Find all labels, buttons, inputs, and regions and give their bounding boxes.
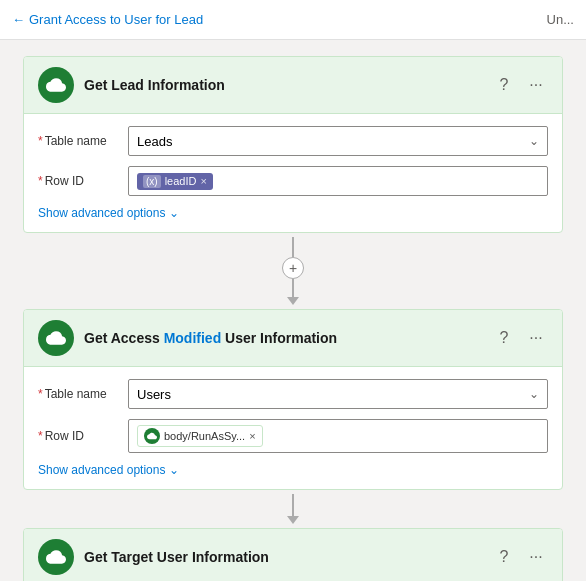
card-get-lead-information: Get Lead Information ? ··· *Table name L… [23,56,563,233]
card-get-access-modified: Get Access Modified User Information ? ·… [23,309,563,490]
card-header-3: Get Target User Information ? ··· [24,529,562,581]
required-star: * [38,134,43,148]
row-id-tag-2: body/RunAsSy... × [137,425,263,447]
field-label-table-name-2: *Table name [38,387,118,401]
card-title-highlight-2: Modified [164,330,222,346]
row-id-input-2[interactable]: body/RunAsSy... × [128,419,548,453]
card-body-2: *Table name Users ⌄ *Row ID body/RunAs [24,367,562,489]
connector-1: + [282,233,304,309]
table-name-dropdown-1[interactable]: Leads ⌄ [128,126,548,156]
card-icon-1 [38,67,74,103]
required-star-2: * [38,174,43,188]
card-icon-3 [38,539,74,575]
connector-line-2 [292,494,294,518]
card-actions-1: ? ··· [492,73,548,97]
field-row-table-name-1: *Table name Leads ⌄ [38,126,548,156]
field-row-row-id-2: *Row ID body/RunAsSy... × [38,419,548,453]
connector-line-bottom-1 [292,279,294,299]
required-star-4: * [38,429,43,443]
back-button[interactable]: ← Grant Access to User for Lead [12,12,203,27]
dropdown-arrow-1: ⌄ [529,134,539,148]
row-id-input-1[interactable]: (x) leadID × [128,166,548,196]
card-title-3: Get Target User Information [84,549,482,565]
tag-close-1[interactable]: × [200,175,206,187]
more-button-1[interactable]: ··· [524,73,548,97]
help-button-1[interactable]: ? [492,73,516,97]
cloud-icon-2 [46,328,66,348]
card-actions-3: ? ··· [492,545,548,569]
table-name-value-1: Leads [137,134,172,149]
more-button-3[interactable]: ··· [524,545,548,569]
main-content: Get Lead Information ? ··· *Table name L… [0,40,586,581]
card-actions-2: ? ··· [492,326,548,350]
help-button-2[interactable]: ? [492,326,516,350]
connector-line-top-1 [292,237,294,257]
chevron-down-icon-2: ⌄ [169,463,179,477]
card-title-2: Get Access Modified User Information [84,330,482,346]
card-header-2: Get Access Modified User Information ? ·… [24,310,562,367]
advanced-options-label-2: Show advanced options [38,463,165,477]
add-step-button-1[interactable]: + [282,257,304,279]
tag-text-2: body/RunAsSy... [164,430,245,442]
table-name-value-2: Users [137,387,171,402]
field-row-row-id-1: *Row ID (x) leadID × [38,166,548,196]
chevron-down-icon-1: ⌄ [169,206,179,220]
field-label-row-id-2: *Row ID [38,429,118,443]
connector-arrow-2 [287,516,299,524]
header-title: Grant Access to User for Lead [29,12,203,27]
help-button-3[interactable]: ? [492,545,516,569]
app-header: ← Grant Access to User for Lead Un... [0,0,586,40]
table-name-dropdown-2[interactable]: Users ⌄ [128,379,548,409]
cloud-icon-1 [46,75,66,95]
advanced-options-label-1: Show advanced options [38,206,165,220]
card-icon-2 [38,320,74,356]
advanced-options-2[interactable]: Show advanced options ⌄ [38,463,548,477]
header-right-text: Un... [547,12,574,27]
required-star-3: * [38,387,43,401]
connector-2 [287,490,299,528]
field-label-table-name-1: *Table name [38,134,118,148]
card-body-1: *Table name Leads ⌄ *Row ID (x) leadID × [24,114,562,232]
field-row-table-name-2: *Table name Users ⌄ [38,379,548,409]
back-icon: ← [12,12,25,27]
field-label-row-id-1: *Row ID [38,174,118,188]
row-id-tag-1: (x) leadID × [137,173,213,190]
tag-close-2[interactable]: × [249,430,255,442]
tag-text-1: leadID [165,175,197,187]
more-button-2[interactable]: ··· [524,326,548,350]
tag-icon-1: (x) [143,175,161,188]
card-header-1: Get Lead Information ? ··· [24,57,562,114]
card-title-1: Get Lead Information [84,77,482,93]
advanced-options-1[interactable]: Show advanced options ⌄ [38,206,548,220]
card-get-target-user: Get Target User Information ? ··· *Table… [23,528,563,581]
connector-arrow-1 [287,297,299,305]
dropdown-arrow-2: ⌄ [529,387,539,401]
cloud-icon-3 [46,547,66,567]
tag-green-icon-2 [144,428,160,444]
